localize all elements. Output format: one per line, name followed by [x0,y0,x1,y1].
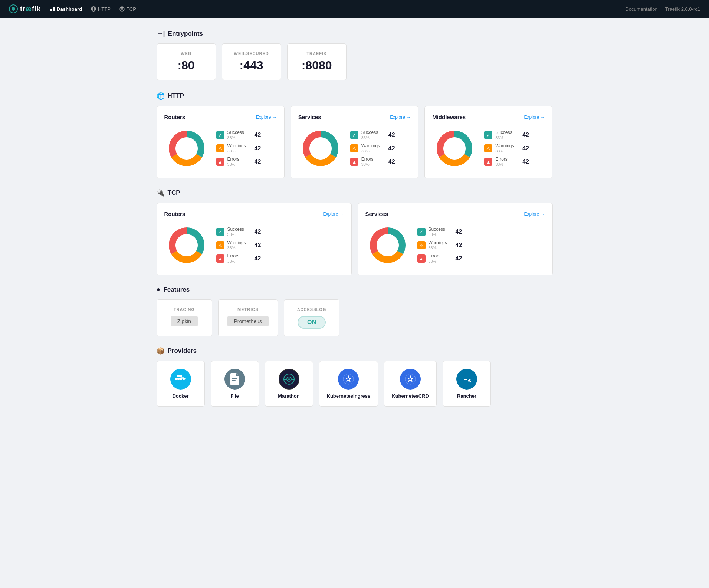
legend-success: ✓ Success33% 42 [350,130,395,140]
entrypoint-traefik: TRAEFIK :8080 [287,43,347,80]
nav-dashboard[interactable]: Dashboard [50,6,82,12]
stat-card-title: Routers [164,114,186,120]
stat-card-title: Services [298,114,321,120]
tcp-icon: 🔌 [157,189,165,197]
legend-errors-text: Errors33% [227,253,252,264]
legend-errors-count: 42 [388,158,395,165]
donut-chart [164,223,209,267]
legend-errors-text: Errors33% [495,157,519,167]
donut-chart [164,126,209,171]
logo-text: træfik [20,5,41,13]
wifi-icon [119,6,125,12]
legend-errors: ▲ Errors33% 42 [350,157,395,167]
legend-success: ✓ Success33% 42 [417,227,462,237]
feature-tracing: TRACING Zipkin [157,299,212,336]
entrypoints-header: →| Entrypoints [157,30,553,37]
stat-card: Middlewares Explore → ✓ Success33% 42 ⚠ … [424,106,552,178]
provider-card-kubernetesingress: KubernetesIngress [319,361,378,407]
explore-link[interactable]: Explore → [256,115,277,120]
stat-card-body: ✓ Success33% 42 ⚠ Warnings33% 42 ▲ Error… [432,126,545,171]
explore-link[interactable]: Explore → [390,115,411,120]
providers-icon: 📦 [157,347,165,355]
stat-card: Services Explore → ✓ Success33% 42 ⚠ War… [291,106,418,178]
explore-link[interactable]: Explore → [524,115,545,120]
provider-icon-wrap [224,369,245,390]
svg-rect-9 [175,378,177,380]
nav-docs[interactable]: Documentation [625,6,657,12]
home-icon [50,6,55,12]
legend-warnings: ⚠ Warnings33% 42 [350,143,395,154]
entrypoint-web: WEB :80 [157,43,216,80]
stat-card-body: ✓ Success33% 42 ⚠ Warnings33% 42 ▲ Error… [164,223,344,267]
stat-card-title: Services [365,211,388,217]
legend-success: ✓ Success33% 42 [216,227,261,237]
logo: træfik [9,4,41,13]
providers-grid: Docker File [157,361,553,407]
svg-point-25 [347,378,349,380]
legend-warnings-count: 42 [522,145,529,152]
legend-errors-count: 42 [255,158,261,165]
navbar: træfik Dashboard HTTP TCP Documentation … [0,0,709,18]
stat-card: Services Explore → ✓ Success33% 42 ⚠ War… [358,203,553,275]
explore-link[interactable]: Explore → [323,211,344,217]
warning-icon: ⚠ [216,144,224,152]
legend: ✓ Success33% 42 ⚠ Warnings33% 42 ▲ Error… [350,130,395,167]
stat-card-header: Services Explore → [298,114,411,120]
legend-errors-text: Errors33% [227,157,252,167]
provider-icon-wrap [400,369,421,390]
stat-card-body: ✓ Success33% 42 ⚠ Warnings33% 42 ▲ Error… [298,126,411,171]
legend-errors-count: 42 [255,255,261,262]
providers-header: 📦 Providers [157,347,553,355]
provider-card-docker: Docker [157,361,205,407]
legend-warnings-text: Warnings33% [227,240,252,250]
navbar-left: træfik Dashboard HTTP TCP [9,4,136,13]
stat-card-body: ✓ Success33% 42 ⚠ Warnings33% 42 ▲ Error… [365,223,545,267]
explore-link[interactable]: Explore → [524,211,545,217]
legend-errors: ▲ Errors33% 42 [216,253,261,264]
stat-card-header: Middlewares Explore → [432,114,545,120]
marathon-svg [283,373,295,385]
error-icon: ▲ [417,254,426,263]
file-svg [230,373,240,385]
success-icon: ✓ [417,228,426,236]
stat-card-title: Middlewares [432,114,466,120]
provider-name: File [230,393,239,399]
legend-errors-text: Errors33% [429,253,453,264]
legend-warnings: ⚠ Warnings33% 42 [417,240,462,250]
svg-rect-12 [180,375,182,377]
legend-success-text: Success33% [227,227,252,237]
legend: ✓ Success33% 42 ⚠ Warnings33% 42 ▲ Error… [484,130,529,167]
warning-icon: ⚠ [484,144,492,152]
error-icon: ▲ [484,158,492,166]
features-header: ● Features [157,286,553,293]
legend-success-text: Success33% [227,130,252,140]
legend-success: ✓ Success33% 42 [484,130,529,140]
svg-rect-2 [50,9,52,11]
features-icon: ● [157,286,161,293]
legend-success-count: 42 [255,132,261,138]
nav-tcp[interactable]: TCP [119,6,136,12]
error-icon: ▲ [350,158,358,166]
legend-success-count: 42 [388,132,395,138]
svg-point-1 [12,7,15,11]
warning-icon: ⚠ [417,241,426,249]
nav-http[interactable]: HTTP [91,6,111,12]
docker-svg [175,375,187,384]
warning-icon: ⚠ [216,241,224,249]
stat-card-body: ✓ Success33% 42 ⚠ Warnings33% 42 ▲ Error… [164,126,277,171]
http-cards-grid: Routers Explore → ✓ Success33% 42 ⚠ Warn… [157,106,553,178]
provider-icon-wrap [338,369,359,390]
legend-errors-count: 42 [456,255,462,262]
svg-rect-3 [53,7,55,11]
legend-success-text: Success33% [495,130,519,140]
provider-card-rancher: Rancher [443,361,491,407]
legend: ✓ Success33% 42 ⚠ Warnings33% 42 ▲ Error… [216,227,261,264]
entrypoints-grid: WEB :80 WEB-SECURED :443 TRAEFIK :8080 [157,43,553,80]
tcp-header: 🔌 TCP [157,189,553,197]
legend-success: ✓ Success33% 42 [216,130,261,140]
legend-warnings: ⚠ Warnings33% 42 [216,143,261,154]
donut-chart [298,126,343,171]
legend-success-count: 42 [456,229,462,235]
legend-warnings-text: Warnings33% [495,143,519,154]
tcp-cards-grid: Routers Explore → ✓ Success33% 42 ⚠ Warn… [157,203,553,275]
